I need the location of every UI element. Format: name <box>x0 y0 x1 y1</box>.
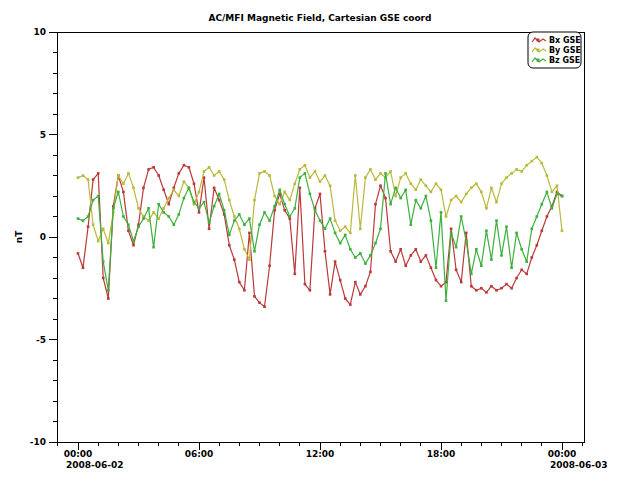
x-date-label: 2008-06-02 <box>66 460 124 470</box>
data-point-marker <box>505 176 508 179</box>
data-point-marker <box>213 174 216 177</box>
data-point-marker <box>435 182 438 185</box>
data-point-marker <box>193 182 196 185</box>
legend: Bx GSEBy GSEBz GSE <box>528 32 581 68</box>
data-point-marker <box>460 201 463 204</box>
data-point-marker <box>294 207 297 210</box>
data-point-marker <box>92 178 95 181</box>
data-point-marker <box>157 203 160 206</box>
data-point-marker <box>198 191 201 194</box>
data-point-marker <box>168 215 171 218</box>
data-point-marker <box>233 258 236 261</box>
data-point-marker <box>374 242 377 245</box>
data-point-marker <box>268 219 271 222</box>
data-point-marker <box>147 207 150 210</box>
data-point-marker <box>430 191 433 194</box>
data-point-marker <box>173 223 176 226</box>
data-point-marker <box>248 217 251 220</box>
data-point-marker <box>243 223 246 226</box>
data-point-marker <box>394 195 397 198</box>
data-point-marker <box>97 240 100 243</box>
legend-marker-bx-gse <box>537 39 540 42</box>
data-point-marker <box>283 191 286 194</box>
data-point-marker <box>82 219 85 222</box>
data-point-marker <box>525 273 528 276</box>
data-point-marker <box>173 189 176 192</box>
data-point-marker <box>168 197 171 200</box>
data-point-marker <box>500 182 503 185</box>
data-point-marker <box>117 174 120 177</box>
data-point-marker <box>490 258 493 261</box>
data-point-marker <box>289 199 292 202</box>
data-point-marker <box>102 277 105 280</box>
data-point-marker <box>228 244 231 247</box>
data-point-marker <box>238 281 241 284</box>
data-point-marker <box>339 242 342 245</box>
data-point-marker <box>92 223 95 226</box>
data-point-marker <box>309 176 312 179</box>
data-point-marker <box>162 189 165 192</box>
data-point-marker <box>450 232 453 235</box>
data-point-marker <box>213 187 216 190</box>
data-point-marker <box>425 254 428 257</box>
data-point-marker <box>299 168 302 171</box>
data-point-marker <box>339 230 342 233</box>
data-point-marker <box>546 174 549 177</box>
data-point-marker <box>420 260 423 263</box>
data-point-marker <box>515 232 518 235</box>
data-point-marker <box>551 207 554 210</box>
data-point-marker <box>147 168 150 171</box>
data-point-marker <box>228 234 231 237</box>
data-point-marker <box>525 164 528 167</box>
data-point-marker <box>208 166 211 169</box>
data-point-marker <box>117 191 120 194</box>
data-point-marker <box>531 256 534 259</box>
data-point-marker <box>399 248 402 251</box>
data-point-marker <box>359 228 362 231</box>
data-point-marker <box>364 262 367 265</box>
data-point-marker <box>324 250 327 253</box>
data-point-marker <box>359 252 362 255</box>
data-point-marker <box>435 279 438 282</box>
data-point-marker <box>520 170 523 173</box>
data-point-marker <box>500 254 503 257</box>
data-point-marker <box>198 211 201 214</box>
data-point-marker <box>556 184 559 187</box>
data-point-marker <box>253 250 256 253</box>
data-point-marker <box>455 269 458 272</box>
data-point-marker <box>480 264 483 267</box>
data-point-marker <box>520 248 523 251</box>
data-point-marker <box>384 172 387 175</box>
data-point-marker <box>183 180 186 183</box>
data-point-marker <box>183 164 186 167</box>
data-point-marker <box>384 197 387 200</box>
data-point-marker <box>541 162 544 165</box>
data-point-marker <box>460 215 463 218</box>
data-point-marker <box>208 228 211 231</box>
data-point-marker <box>465 193 468 196</box>
data-point-marker <box>541 203 544 206</box>
data-point-marker <box>82 174 85 177</box>
data-point-marker <box>410 223 413 226</box>
data-point-marker <box>273 195 276 198</box>
data-point-marker <box>329 217 332 220</box>
data-point-marker <box>536 215 539 218</box>
data-point-marker <box>334 232 337 235</box>
data-point-marker <box>415 199 418 202</box>
data-point-marker <box>319 180 322 183</box>
data-point-marker <box>430 266 433 269</box>
data-point-marker <box>168 203 171 206</box>
data-point-marker <box>112 207 115 210</box>
data-point-marker <box>440 285 443 288</box>
data-point-marker <box>349 232 352 235</box>
data-point-marker <box>127 223 130 226</box>
data-point-marker <box>379 184 382 187</box>
data-point-marker <box>228 199 231 202</box>
data-point-marker <box>510 266 513 269</box>
data-point-marker <box>253 295 256 298</box>
data-point-marker <box>354 174 357 177</box>
data-point-marker <box>389 170 392 173</box>
legend-marker-by-gse <box>537 49 540 52</box>
data-point-marker <box>525 260 528 263</box>
data-point-marker <box>531 160 534 163</box>
